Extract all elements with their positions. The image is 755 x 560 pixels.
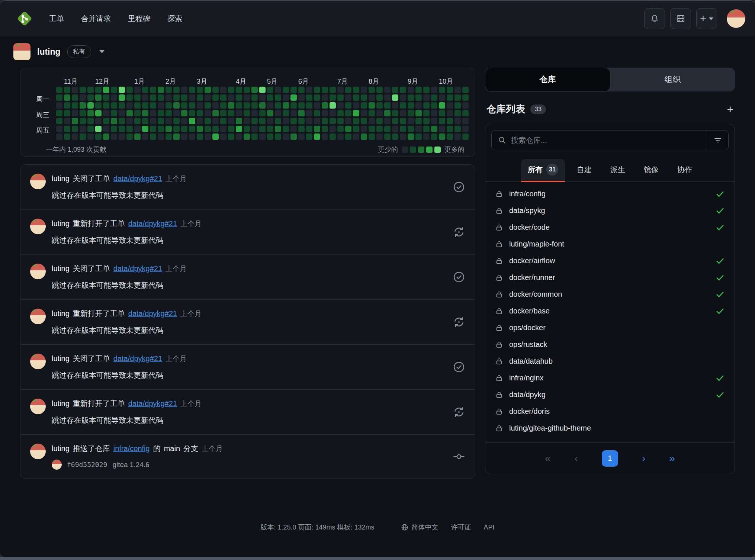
profile-avatar[interactable] — [13, 43, 30, 60]
repo-filter-button[interactable] — [707, 131, 728, 150]
feed-avatar[interactable] — [30, 354, 46, 369]
repo-row[interactable]: docker/doris — [485, 403, 735, 420]
tab-organizations[interactable]: 组织 — [610, 68, 735, 91]
repo-row[interactable]: docker/airflow — [485, 252, 735, 269]
heatmap-cell — [361, 87, 367, 93]
commit-hash[interactable]: f69d552029 — [67, 461, 107, 469]
feed-avatar[interactable] — [30, 264, 46, 279]
admin-panel-button[interactable] — [670, 8, 691, 29]
footer-link-0[interactable]: 简体中文 — [401, 523, 438, 532]
repo-row[interactable]: docker/runner — [485, 269, 735, 286]
heatmap-cell — [462, 133, 469, 140]
heatmap-cell — [306, 118, 312, 124]
heatmap-cell — [142, 133, 148, 140]
heatmap-cell — [392, 94, 398, 101]
repo-row[interactable]: infra/nginx — [485, 370, 735, 386]
footer-link-2[interactable]: API — [484, 524, 495, 531]
gitea-logo-icon[interactable] — [15, 9, 34, 28]
feed-link[interactable]: data/dpykg#21 — [113, 174, 162, 183]
notifications-button[interactable] — [644, 8, 665, 29]
legend-square — [418, 147, 424, 153]
feed-body: 跳过存在版本可能导致未更新代码 — [52, 190, 448, 200]
repo-row[interactable]: luting/gitea-github-theme — [485, 420, 735, 437]
repo-row[interactable]: docker/common — [485, 286, 735, 303]
add-repo-button[interactable]: + — [727, 104, 733, 115]
feed-link[interactable]: data/dpykg#21 — [128, 309, 177, 318]
visibility-badge: 私有 — [67, 45, 91, 58]
lock-icon — [495, 424, 503, 432]
user-avatar[interactable] — [727, 9, 745, 28]
feed-actor[interactable]: luting — [52, 399, 70, 408]
heatmap-cell — [205, 133, 211, 140]
heatmap-cell — [259, 94, 266, 101]
heatmap-footer: 一年内 1,093 次贡献 更少的 更多的 — [31, 145, 465, 154]
heatmap-cell — [283, 110, 289, 116]
heatmap-cell — [181, 94, 187, 101]
heatmap-cell — [314, 102, 320, 109]
heatmap-cell — [126, 118, 133, 124]
pagination-next[interactable]: › — [642, 453, 645, 464]
feed-link[interactable]: data/dpykg#21 — [128, 399, 177, 408]
repo-row[interactable]: docker/code — [485, 219, 735, 236]
repo-row[interactable]: ops/docker — [485, 319, 735, 336]
feed-action: 关闭了工单 — [73, 354, 110, 364]
heatmap-cell — [384, 126, 391, 132]
heatmap-cell — [439, 110, 445, 116]
feed-avatar[interactable] — [30, 219, 46, 234]
legend-square — [410, 147, 416, 153]
heatmap-cell — [306, 102, 312, 109]
filter-tab-1[interactable]: 自建 — [570, 159, 598, 181]
feed-actor[interactable]: luting — [52, 444, 70, 453]
feed-avatar[interactable] — [30, 444, 46, 459]
filter-tab-3[interactable]: 镜像 — [637, 159, 665, 181]
lock-icon — [495, 341, 503, 349]
nav-link-1[interactable]: 合并请求 — [81, 14, 111, 24]
feed-link[interactable]: data/dpykg#21 — [113, 354, 162, 363]
repo-name: docker/airflow — [509, 257, 715, 265]
feed-actor[interactable]: luting — [52, 219, 70, 228]
nav-link-3[interactable]: 探索 — [167, 14, 182, 24]
feed-actor[interactable]: luting — [52, 264, 70, 273]
repo-row[interactable]: docker/base — [485, 303, 735, 319]
repo-row[interactable]: ops/rustack — [485, 336, 735, 353]
heatmap-cell — [126, 110, 133, 116]
feed-actor[interactable]: luting — [52, 309, 70, 318]
filter-tab-0[interactable]: 所有31 — [521, 159, 565, 181]
lock-icon — [495, 408, 503, 416]
feed-avatar[interactable] — [30, 399, 46, 414]
filter-tab-4[interactable]: 协作 — [671, 159, 699, 181]
footer-link-label: API — [484, 524, 495, 531]
heatmap-cell — [142, 110, 148, 116]
nav-link-0[interactable]: 工单 — [49, 14, 64, 24]
heatmap-cell — [119, 126, 125, 132]
pagination-last[interactable]: » — [669, 453, 675, 464]
feed-link[interactable]: data/dpykg#21 — [128, 219, 177, 228]
lock-icon — [495, 374, 503, 382]
tab-repositories[interactable]: 仓库 — [485, 68, 610, 91]
repo-row[interactable]: data/spykg — [485, 202, 735, 219]
feed-actor[interactable]: luting — [52, 174, 70, 183]
heatmap-cell — [267, 87, 273, 93]
repo-row[interactable]: luting/maple-font — [485, 236, 735, 252]
feed-avatar[interactable] — [30, 309, 46, 324]
heatmap-cell — [415, 94, 422, 101]
legend-less-label: 更少的 — [378, 145, 398, 154]
heatmap-cell — [72, 94, 78, 101]
repo-row[interactable]: data/dpykg — [485, 386, 735, 403]
profile-dropdown-caret[interactable] — [99, 50, 105, 53]
create-new-button[interactable]: + — [696, 8, 717, 29]
repo-row[interactable]: data/datahub — [485, 353, 735, 370]
footer-link-1[interactable]: 许可证 — [451, 523, 471, 532]
feed-branch: main — [164, 444, 180, 453]
pagination-current-page[interactable]: 1 — [602, 450, 618, 467]
heatmap-cell — [142, 87, 148, 93]
filter-tab-2[interactable]: 派生 — [604, 159, 632, 181]
repo-row[interactable]: infra/config — [485, 186, 735, 202]
feed-actor[interactable]: luting — [52, 354, 70, 363]
feed-link[interactable]: data/dpykg#21 — [113, 264, 162, 273]
feed-link[interactable]: infra/config — [113, 444, 150, 453]
feed-avatar[interactable] — [30, 174, 46, 189]
heatmap-cell — [126, 133, 133, 140]
nav-link-2[interactable]: 里程碑 — [128, 14, 150, 24]
repo-search-input[interactable] — [511, 136, 707, 145]
